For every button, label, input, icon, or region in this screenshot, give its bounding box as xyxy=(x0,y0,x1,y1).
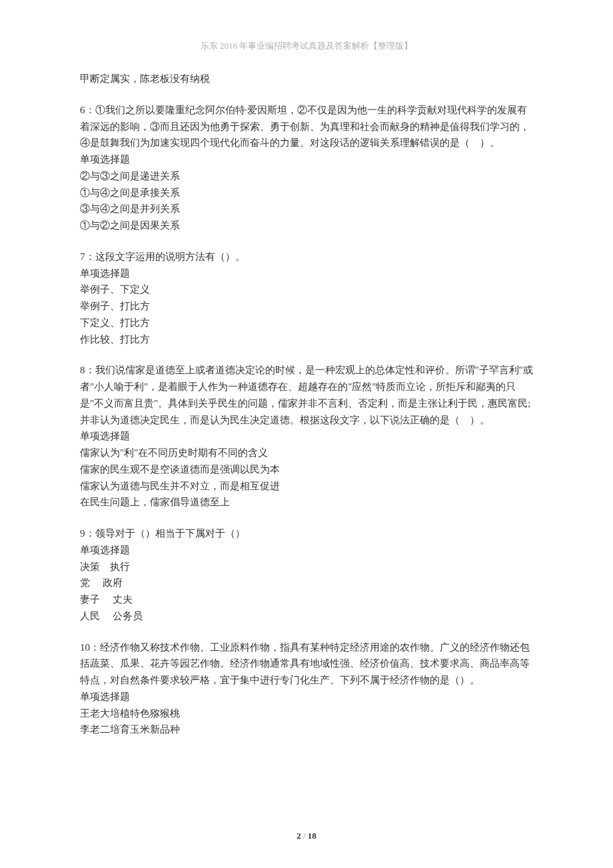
question-stem: 8：我们说儒家是道德至上或者道德决定论的时候，是一种宏观上的总体定性和评价。所谓… xyxy=(80,362,533,428)
page-header: 乐东 2016 年事业编招聘考试真题及答案解析【整理版】 xyxy=(80,40,533,52)
page-content: 甲断定属实，陈老板没有纳税 6：①我们之所以要隆重纪念阿尔伯特·爱因斯坦，②不仅… xyxy=(80,71,533,738)
question-stem: 9：领导对于（）相当于下属对于（） xyxy=(80,525,533,542)
question-stem: 7：这段文字运用的说明方法有（）。 xyxy=(80,249,533,265)
question-block: 8：我们说儒家是道德至上或者道德决定论的时候，是一种宏观上的总体定性和评价。所谓… xyxy=(80,362,533,511)
question-type: 单项选择题 xyxy=(80,265,533,282)
question-block: 10：经济作物又称技术作物、工业原料作物，指具有某种特定经济用途的农作物。广义的… xyxy=(80,639,533,739)
question-type: 单项选择题 xyxy=(80,689,533,705)
carryover-line: 甲断定属实，陈老板没有纳税 xyxy=(80,71,533,87)
question-option: 儒家认为道德与民生并不对立，而是相互促进 xyxy=(80,478,533,495)
question-option: 儒家的民生观不是空谈道德而是强调以民为本 xyxy=(80,461,533,478)
page-footer: 2 / 18 xyxy=(0,831,613,841)
question-option: 下定义、打比方 xyxy=(80,315,533,331)
document-page: 乐东 2016 年事业编招聘考试真题及答案解析【整理版】 甲断定属实，陈老板没有… xyxy=(0,0,613,868)
question-type: 单项选择题 xyxy=(80,151,533,168)
question-option: 党 政府 xyxy=(80,575,533,591)
question-option: 在民生问题上，儒家倡导道德至上 xyxy=(80,494,533,511)
question-block: 9：领导对于（）相当于下属对于（） 单项选择题 决策 执行 党 政府 妻子 丈夫… xyxy=(80,525,533,625)
page-number-sep: / xyxy=(301,831,308,841)
question-stem: 6：①我们之所以要隆重纪念阿尔伯特·爱因斯坦，②不仅是因为他一生的科学贡献对现代… xyxy=(80,102,533,151)
question-option: 举例子、打比方 xyxy=(80,298,533,315)
question-block: 6：①我们之所以要隆重纪念阿尔伯特·爱因斯坦，②不仅是因为他一生的科学贡献对现代… xyxy=(80,102,533,234)
question-option: 王老大培植特色猕猴桃 xyxy=(80,705,533,722)
question-option: 作比较、打比方 xyxy=(80,331,533,348)
question-block: 7：这段文字运用的说明方法有（）。 单项选择题 举例子、下定义 举例子、打比方 … xyxy=(80,249,533,348)
question-option: 人民 公务员 xyxy=(80,608,533,625)
question-option: ③与④之间是并列关系 xyxy=(80,201,533,217)
question-option: 决策 执行 xyxy=(80,559,533,575)
text-line: 甲断定属实，陈老板没有纳税 xyxy=(80,71,533,87)
question-stem: 10：经济作物又称技术作物、工业原料作物，指具有某种特定经济用途的农作物。广义的… xyxy=(80,639,533,689)
question-option: 儒家认为"利"在不同历史时期有不同的含义 xyxy=(80,445,533,461)
question-option: 李老二培育玉米新品种 xyxy=(80,721,533,738)
question-option: ①与②之间是因果关系 xyxy=(80,217,533,234)
question-option: 举例子、下定义 xyxy=(80,281,533,298)
question-type: 单项选择题 xyxy=(80,428,533,445)
page-number-total: 18 xyxy=(308,831,316,841)
question-type: 单项选择题 xyxy=(80,542,533,559)
question-option: ①与④之间是承接关系 xyxy=(80,185,533,201)
question-option: ②与③之间是递进关系 xyxy=(80,168,533,185)
question-option: 妻子 丈夫 xyxy=(80,591,533,608)
